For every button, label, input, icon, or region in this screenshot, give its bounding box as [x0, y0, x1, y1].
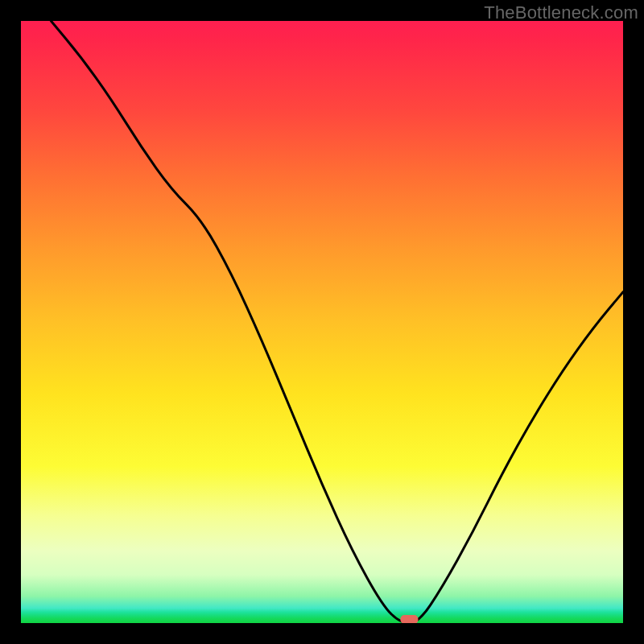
plot-area [21, 21, 623, 623]
watermark-text: TheBottleneck.com [484, 2, 638, 23]
notch-marker [400, 615, 418, 623]
curve-path [51, 21, 623, 623]
curve-svg [21, 21, 623, 623]
chart-container: TheBottleneck.com [0, 0, 644, 644]
